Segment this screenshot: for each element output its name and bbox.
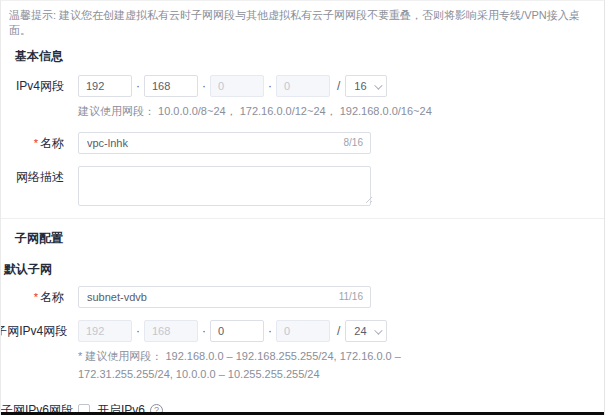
subnet-octet-4-input [276,320,330,342]
chevron-down-icon [375,81,383,89]
octet-separator: · [136,79,140,93]
subnet-ipv4-cidr-row: *子网IPv4网段 · · · / 24 [1,320,604,342]
vpc-octet-1-input[interactable] [78,75,132,97]
subnet-mask-select[interactable]: 24 [345,320,387,342]
create-vpc-form: 温馨提示: 建议您在创建虚拟私有云时子网网段与其他虚拟私有云子网网段不要重叠，否… [0,0,605,415]
vpc-name-counter: 8/16 [344,137,363,148]
subnet-cidr-hint-line2: 172.31.255.255/24, 10.0.0.0 – 10.255.255… [78,366,604,383]
required-asterisk: * [34,291,38,303]
ipv4-cidr-row: IPv4网段 · · · / 16 [1,75,604,97]
subnet-name-input[interactable] [79,291,309,303]
subnet-cidr-hint-line1: * 建议使用网段： 192.168.0.0 – 192.168.255.255/… [78,348,604,365]
octet-separator: · [136,324,140,338]
octet-separator: · [268,79,272,93]
vpc-mask-value: 16 [354,80,366,92]
subnet-name-label: *名称 [1,286,64,308]
vpc-name-input-wrap: 8/16 [78,132,371,154]
section-basic-info: 基本信息 [15,48,604,65]
subnet-octet-1-input [78,320,132,342]
vpc-mask-select[interactable]: 16 [345,75,387,97]
octet-separator: · [268,324,272,338]
vpc-octet-3-input [210,75,264,97]
octet-separator: · [202,324,206,338]
vpc-octet-4-input [276,75,330,97]
description-label: 网络描述 [1,166,64,188]
cidr-slash: / [337,79,340,93]
chevron-down-icon [375,326,383,334]
vpc-cidr-hint: 建议使用网段： 10.0.0.0/8~24， 172.16.0.0/12~24，… [78,103,604,120]
vpc-name-label: *名称 [1,132,64,154]
section-subnet-config: 子网配置 [15,230,604,247]
subnet-mask-value: 24 [354,325,366,337]
octet-separator: · [202,79,206,93]
section-divider [1,218,604,219]
subnet-octet-3-input[interactable] [210,320,264,342]
subnet-ipv4-cidr-label: *子网IPv4网段 [0,320,64,342]
default-subnet-title: 默认子网 [4,261,604,278]
required-asterisk: * [34,137,38,149]
warm-tip-text: 温馨提示: 建议您在创建虚拟私有云时子网网段与其他虚拟私有云子网网段不要重叠，否… [1,1,604,38]
subnet-name-counter: 11/16 [339,291,363,302]
subnet-octet-2-input [144,320,198,342]
description-row: 网络描述 [1,166,604,206]
description-textarea[interactable] [78,166,371,206]
cidr-slash: / [337,324,340,338]
vpc-octet-2-input[interactable] [144,75,198,97]
ipv4-cidr-label: IPv4网段 [1,75,64,97]
subnet-name-input-wrap: 11/16 [78,286,371,308]
subnet-name-row: *名称 11/16 [1,286,604,308]
vpc-name-input[interactable] [79,137,309,149]
vpc-name-row: *名称 8/16 [1,132,604,154]
